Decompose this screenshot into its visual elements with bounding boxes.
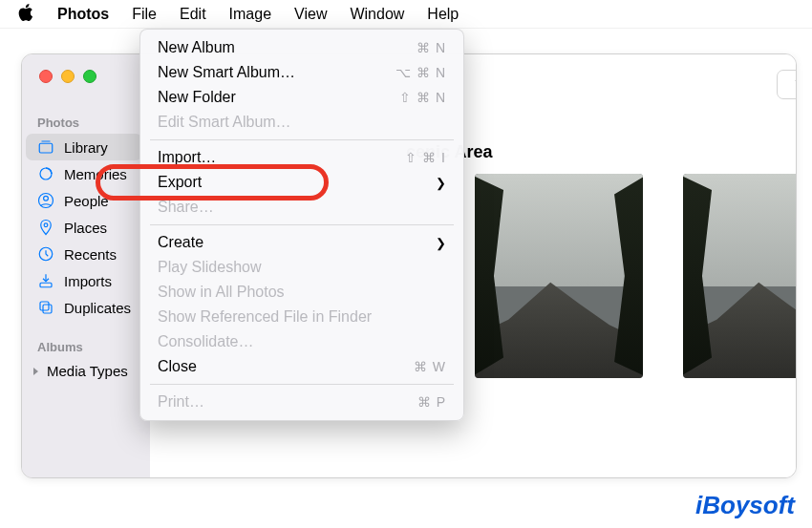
menu-print: Print…⌘ P <box>140 390 463 414</box>
svg-rect-8 <box>43 305 52 313</box>
sidebar-item-library[interactable]: Library <box>26 134 142 160</box>
menu-new-smart-album[interactable]: New Smart Album…⌥ ⌘ N <box>140 60 463 85</box>
sidebar-header-albums: Albums <box>26 336 142 358</box>
sidebar-item-label: People <box>64 193 109 209</box>
menu-label: Create <box>158 234 203 251</box>
menubar-item-edit[interactable]: Edit <box>180 6 206 23</box>
sidebar-item-media-types[interactable]: Media Types <box>26 358 142 384</box>
svg-rect-7 <box>40 302 49 310</box>
svg-rect-0 <box>39 143 53 153</box>
sidebar-item-label: Memories <box>64 166 127 182</box>
close-window-button[interactable] <box>39 70 53 83</box>
photo-thumbnail[interactable] <box>475 174 643 378</box>
menu-separator <box>150 384 454 385</box>
menubar-item-help[interactable]: Help <box>427 6 459 23</box>
menu-label: Import… <box>158 149 216 166</box>
duplicates-icon <box>37 299 54 316</box>
chevron-right-icon: ❯ <box>436 236 446 250</box>
sidebar-header-photos: Photos <box>26 112 142 134</box>
watermark: iBoysoft <box>695 491 795 520</box>
recents-icon <box>37 245 54 263</box>
menu-label: New Smart Album… <box>158 64 295 81</box>
menu-shortcut: ⇧ ⌘ N <box>399 90 446 105</box>
sidebar-item-recents[interactable]: Recents <box>26 241 142 267</box>
menu-create[interactable]: Create❯ <box>140 230 463 255</box>
chevron-right-icon: ❯ <box>436 176 446 190</box>
minimize-window-button[interactable] <box>61 70 75 83</box>
menu-shortcut: ⌥ ⌘ N <box>395 65 446 80</box>
menu-label: Show in All Photos <box>158 284 285 301</box>
sidebar-item-imports[interactable]: Imports <box>26 267 142 294</box>
view-scope-years[interactable]: Years <box>777 70 797 99</box>
menu-label: Play Slideshow <box>158 259 262 276</box>
menu-show-referenced: Show Referenced File in Finder <box>140 305 463 329</box>
menubar-app-name[interactable]: Photos <box>57 6 109 23</box>
menu-label: New Folder <box>158 89 236 106</box>
menu-separator <box>150 224 454 225</box>
menu-label: Close <box>158 358 197 375</box>
menu-label: Export <box>158 174 202 191</box>
sidebar-item-label: Recents <box>64 246 117 263</box>
sidebar-item-memories[interactable]: Memories <box>26 160 142 187</box>
sidebar-item-label: Library <box>64 139 108 156</box>
menubar-item-image[interactable]: Image <box>229 6 271 23</box>
apple-icon[interactable] <box>17 4 34 25</box>
menu-shortcut: ⌘ N <box>417 40 446 55</box>
menubar-item-window[interactable]: Window <box>350 6 404 23</box>
menu-shortcut: ⌘ P <box>417 394 446 410</box>
memories-icon <box>37 165 54 182</box>
traffic-lights <box>39 70 96 83</box>
sidebar: Photos Library Memories People Places Re… <box>22 54 150 477</box>
svg-point-2 <box>44 196 49 201</box>
photo-stack-icon <box>37 138 54 156</box>
menu-share: Share… <box>140 195 463 220</box>
menu-shortcut: ⇧ ⌘ I <box>405 150 446 165</box>
menu-new-album[interactable]: New Album⌘ N <box>140 35 463 60</box>
menu-import[interactable]: Import…⇧ ⌘ I <box>140 145 463 170</box>
svg-point-4 <box>44 223 48 227</box>
sidebar-item-label: Duplicates <box>64 300 131 316</box>
sidebar-item-label: Places <box>64 220 107 236</box>
menubar-item-file[interactable]: File <box>132 6 157 23</box>
menubar: Photos File Edit Image View Window Help <box>0 0 812 29</box>
menu-edit-smart-album: Edit Smart Album… <box>140 110 463 135</box>
menu-label: New Album <box>158 39 235 56</box>
file-menu-dropdown: New Album⌘ N New Smart Album…⌥ ⌘ N New F… <box>139 29 464 421</box>
menu-label: Consolidate… <box>158 333 254 350</box>
menu-label: Print… <box>158 393 204 411</box>
places-icon <box>37 219 54 236</box>
menu-separator <box>150 139 454 140</box>
fullscreen-window-button[interactable] <box>83 70 96 83</box>
menu-label: Show Referenced File in Finder <box>158 308 372 326</box>
svg-rect-6 <box>40 283 52 287</box>
menubar-item-view[interactable]: View <box>294 6 327 23</box>
menu-label: Share… <box>158 199 214 216</box>
menu-export[interactable]: Export❯ <box>140 170 463 195</box>
location-title: cenic Area <box>406 142 797 162</box>
menu-play-slideshow: Play Slideshow <box>140 255 463 280</box>
sidebar-item-label: Media Types <box>47 363 128 379</box>
menu-show-all-photos: Show in All Photos <box>140 280 463 305</box>
chevron-right-icon <box>32 367 41 376</box>
sidebar-item-label: Imports <box>64 273 112 289</box>
sidebar-item-places[interactable]: Places <box>26 214 142 241</box>
menu-close[interactable]: Close⌘ W <box>140 354 463 379</box>
people-icon <box>37 192 54 209</box>
photo-thumbnail[interactable] <box>683 174 797 378</box>
menu-shortcut: ⌘ W <box>414 359 446 374</box>
menu-consolidate: Consolidate… <box>140 329 463 354</box>
menu-label: Edit Smart Album… <box>158 114 291 131</box>
sidebar-item-people[interactable]: People <box>26 187 142 214</box>
imports-icon <box>37 272 54 289</box>
menu-new-folder[interactable]: New Folder⇧ ⌘ N <box>140 85 463 110</box>
sidebar-item-duplicates[interactable]: Duplicates <box>26 294 142 321</box>
photo-grid <box>475 174 797 378</box>
